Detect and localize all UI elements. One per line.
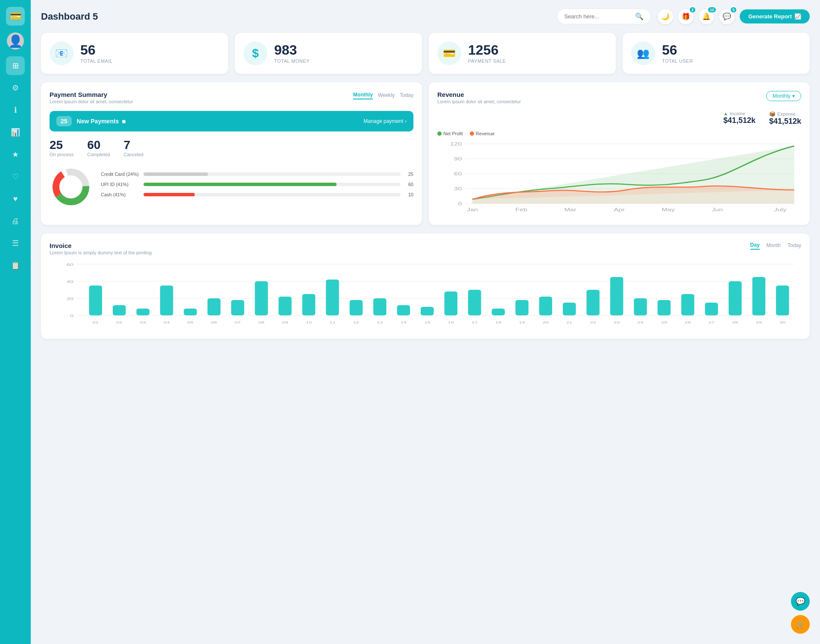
money-label: TOTAL MONEY <box>274 58 310 64</box>
revenue-dropdown-button[interactable]: Monthly ▾ <box>766 91 801 101</box>
invoice-bar-chart: 60 40 20 0 01020304050607080910111213141… <box>50 262 801 330</box>
money-icon: $ <box>243 41 267 65</box>
svg-rect-32 <box>136 309 149 315</box>
svg-text:60: 60 <box>67 262 73 267</box>
invoice-tab-day[interactable]: Day <box>750 242 760 250</box>
sidebar-item-star[interactable]: ★ <box>6 145 25 164</box>
progress-cash: Cash (41%) 10 <box>101 192 413 197</box>
info-icon: ℹ <box>14 105 17 115</box>
stat-card-user: 👥 56 TOTAL USER <box>623 33 810 74</box>
canceled-label: Canceled <box>123 152 143 157</box>
svg-text:20: 20 <box>542 321 548 324</box>
theme-toggle-button[interactable]: 🌙 <box>658 9 673 24</box>
cart-float-button[interactable]: 🛒 <box>791 615 810 634</box>
chat-button[interactable]: 💬 5 <box>719 9 735 24</box>
sidebar-logo[interactable]: 💳 <box>6 7 25 26</box>
sidebar-item-heart[interactable]: ♥ <box>6 189 25 208</box>
revenue-subtitle: Lorem ipsum dolor sit amet, consectetur <box>437 99 521 104</box>
svg-text:04: 04 <box>164 321 170 324</box>
legend-net-profit: Net Profit <box>437 131 463 136</box>
stat-card-email: 📧 56 TOTAL EMAIL <box>41 33 228 74</box>
svg-rect-44 <box>278 297 292 315</box>
invoice-subtitle: Lorem Ipsum is simply dummy text of the … <box>50 250 152 255</box>
svg-text:Jan: Jan <box>467 207 478 212</box>
tab-today[interactable]: Today <box>400 91 413 99</box>
svg-text:15: 15 <box>424 321 430 324</box>
support-float-button[interactable]: 💬 <box>791 592 810 611</box>
sidebar-item-heart-outline[interactable]: ♡ <box>6 167 25 186</box>
revenue-panel: Revenue Lorem ipsum dolor sit amet, cons… <box>429 82 810 225</box>
canceled-stat: 7 Canceled <box>123 138 143 157</box>
svg-text:18: 18 <box>495 321 501 324</box>
svg-text:02: 02 <box>116 321 122 324</box>
svg-rect-40 <box>231 300 244 315</box>
credit-card-fill <box>144 172 208 176</box>
svg-text:25: 25 <box>661 321 667 324</box>
sidebar-item-menu[interactable]: ☰ <box>6 234 25 253</box>
revenue-header: Revenue Lorem ipsum dolor sit amet, cons… <box>437 91 801 104</box>
svg-rect-60 <box>468 290 481 315</box>
revenue-label: Revenue <box>476 131 495 136</box>
progress-bars: Credit Card (24%) 25 UPI ID (41%) 60 <box>101 172 413 202</box>
float-buttons: 💬 🛒 <box>791 592 810 634</box>
expense-label: 📦 Expense <box>769 111 801 117</box>
svg-text:03: 03 <box>140 321 146 324</box>
expense-icon: 📦 <box>769 111 776 117</box>
payment-icon: 💳 <box>437 41 461 65</box>
payment-tabs: Monthly Weekly Today <box>353 91 413 99</box>
svg-rect-84 <box>753 277 766 315</box>
upi-label: UPI ID (41%) <box>101 182 139 187</box>
sidebar-item-chart[interactable]: 📊 <box>6 123 25 142</box>
invoice-tab-month[interactable]: Month <box>767 242 781 249</box>
stat-card-payment: 💳 1256 PAYMENT SALE <box>429 33 616 74</box>
email-icon: 📧 <box>50 41 73 65</box>
svg-text:16: 16 <box>448 321 454 324</box>
completed-label: Completed <box>87 152 110 157</box>
manage-payment-link[interactable]: Manage payment › <box>363 118 407 124</box>
chart-icon: 📊 <box>11 128 20 137</box>
completed-stat: 60 Completed <box>87 138 110 157</box>
gift-badge: 2 <box>690 7 695 12</box>
sidebar-item-settings[interactable]: ⚙ <box>6 79 25 97</box>
tab-monthly[interactable]: Monthly <box>353 91 373 99</box>
svg-text:Feb: Feb <box>515 207 527 212</box>
money-count: 983 <box>274 43 310 57</box>
gift-button[interactable]: 🎁 2 <box>678 9 694 24</box>
legend-revenue: Revenue <box>470 131 495 136</box>
svg-rect-80 <box>705 303 718 315</box>
middle-row: Payment Summary Lorem ipsum dolor sit am… <box>41 82 810 225</box>
page-title: Dashboard 5 <box>41 11 550 22</box>
svg-rect-74 <box>634 298 647 315</box>
cash-track <box>144 193 401 196</box>
invoice-tabs: Day Month Today <box>750 242 801 250</box>
search-icon: 🔍 <box>635 12 644 20</box>
invoice-tab-today[interactable]: Today <box>788 242 801 249</box>
on-process-label: On process <box>50 152 73 157</box>
svg-text:90: 90 <box>454 157 462 161</box>
sidebar-item-list[interactable]: 📋 <box>6 256 25 275</box>
svg-text:09: 09 <box>282 321 288 324</box>
svg-text:17: 17 <box>472 321 477 324</box>
svg-rect-86 <box>776 286 789 315</box>
canceled-num: 7 <box>123 138 143 152</box>
search-bar[interactable]: 🔍 <box>557 9 651 24</box>
sidebar-item-print[interactable]: 🖨 <box>6 212 25 230</box>
upi-track <box>144 183 401 186</box>
generate-report-button[interactable]: Generate Report 📈 <box>740 9 810 23</box>
svg-text:0: 0 <box>70 314 73 318</box>
bell-button[interactable]: 🔔 12 <box>699 9 714 24</box>
sidebar-item-dashboard[interactable]: ⊞ <box>6 56 25 75</box>
svg-text:28: 28 <box>732 321 738 324</box>
sidebar-item-info[interactable]: ℹ <box>6 101 25 119</box>
svg-rect-38 <box>208 298 221 315</box>
svg-text:27: 27 <box>709 321 715 324</box>
tab-weekly[interactable]: Weekly <box>378 91 395 99</box>
svg-text:23: 23 <box>614 321 620 324</box>
svg-rect-72 <box>610 277 624 315</box>
chat-badge: 5 <box>731 7 736 12</box>
svg-rect-66 <box>539 297 552 315</box>
main-content: Dashboard 5 🔍 🌙 🎁 2 🔔 12 💬 5 Generate Re… <box>31 0 820 644</box>
svg-rect-54 <box>397 305 410 315</box>
svg-text:12: 12 <box>353 321 359 324</box>
search-input[interactable] <box>564 13 632 20</box>
